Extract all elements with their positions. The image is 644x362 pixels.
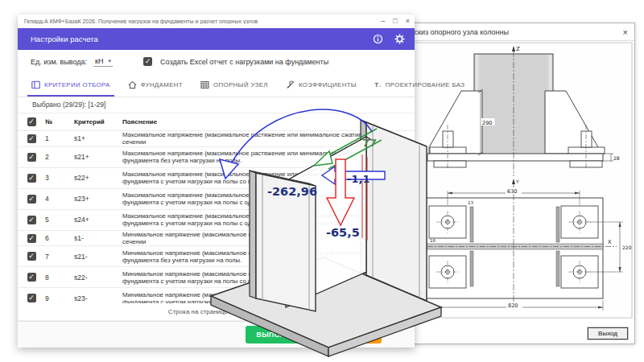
row-checkbox[interactable]: ✓	[27, 234, 36, 243]
minimize-button[interactable]: –	[381, 18, 385, 25]
row-num: 4	[45, 195, 74, 203]
row-checkbox[interactable]: ✓	[27, 252, 36, 261]
row-criterion: s21+	[74, 153, 122, 161]
row-criterion: s24+	[74, 216, 122, 224]
row-checkbox[interactable]: ✓	[27, 153, 36, 162]
appbar-title: Настройки расчета	[31, 35, 361, 43]
table-row[interactable]: ✓ 8 s22- Минимальное напряжение (максима…	[18, 267, 415, 288]
row-description: Максимальное напряжение (максимальное ра…	[122, 131, 415, 146]
axis-y-label: Y	[515, 179, 519, 184]
wrench-icon	[286, 80, 295, 89]
table-row[interactable]: ✓ 9 s23- Минимальное напряжение (максима…	[18, 288, 415, 303]
tab-support-node[interactable]: ОПОРНЫЙ УЗЕЛ	[192, 73, 277, 97]
sketch-title: Эскиз опорного узла колонны	[409, 28, 623, 36]
criteria-table: ✓ № Критерий Пояснение ✓ 1 s1+ Максималь…	[18, 113, 415, 303]
row-criterion: s1+	[74, 134, 122, 142]
dim-13: 13	[468, 200, 473, 205]
close-dialog-button[interactable]: ЗАКРЫТЬ	[323, 326, 382, 343]
axis-z-label: Z	[516, 46, 520, 52]
axis-x-label: X	[608, 239, 612, 245]
pagination: Строка на странице: 1-29 of 29 |< < > >|	[18, 303, 415, 321]
dim-820: 820	[508, 302, 518, 309]
table-row[interactable]: ✓ 4 s23+ Максимальное напряжение (максим…	[18, 189, 415, 210]
last-page-icon[interactable]: >|	[395, 308, 403, 316]
dim-18: 18	[430, 238, 436, 243]
window-title: Гепард-А КМФ+БазаК 2026. Получение нагру…	[24, 19, 381, 24]
col-criterion: Критерий	[74, 118, 122, 125]
table-row[interactable]: ✓ 6 s1- Минимальное напряжение (максимал…	[18, 231, 415, 247]
row-criterion: s1-	[74, 234, 122, 242]
first-page-icon[interactable]: |<	[339, 308, 347, 316]
row-description: Минимальное напряжение (максимальное сжа…	[122, 249, 415, 265]
house-icon	[128, 80, 137, 89]
table-row[interactable]: ✓ 7 s21- Минимальное напряжение (максима…	[18, 246, 415, 267]
pagination-range: 1-29 of 29	[270, 308, 299, 315]
row-num: 8	[45, 274, 74, 282]
row-checkbox[interactable]: ✓	[27, 294, 36, 302]
maximize-button[interactable]: □	[393, 18, 397, 25]
tab-base-design[interactable]: T↓ ПРОЕКТИРОВАНИЕ БАЗ	[365, 73, 473, 97]
row-criterion: s21-	[74, 253, 122, 261]
table-row[interactable]: ✓ 2 s21+ Максимальное напряжение (максим…	[18, 147, 415, 168]
next-page-icon[interactable]: >	[378, 308, 382, 316]
table-row[interactable]: ✓ 1 s1+ Максимальное напряжение (максима…	[18, 131, 415, 147]
tab-coefficients[interactable]: КОЭФФИЦИЕНТЫ	[277, 73, 365, 97]
row-description: Минимальное напряжение (максимальное сжа…	[122, 270, 415, 286]
row-num: 5	[45, 216, 74, 224]
dim-290: 290	[482, 120, 492, 126]
excel-checkbox[interactable]: ✓	[143, 57, 152, 66]
table-row[interactable]: ✓ 5 s24+ Максимальное напряжение (максим…	[18, 210, 415, 231]
row-checkbox[interactable]: ✓	[27, 174, 36, 183]
appbar: Настройки расчета	[18, 28, 415, 50]
row-checkbox[interactable]: ✓	[27, 195, 36, 204]
prev-page-icon[interactable]: <	[360, 308, 365, 316]
sketch-panel: Эскиз опорного узла колонны ×	[400, 23, 635, 344]
rows-per-page-label: Строка на странице:	[168, 308, 229, 315]
col-num: №	[45, 118, 74, 125]
row-description: Максимальное напряжение (максимальное ра…	[122, 171, 415, 186]
sketch-titlebar: Эскиз опорного узла колонны ×	[401, 23, 634, 41]
columns-icon	[31, 80, 40, 89]
table-body: ✓ 1 s1+ Максимальное напряжение (максима…	[18, 131, 415, 303]
row-criterion: s22+	[74, 174, 122, 182]
row-criterion: s22-	[74, 274, 122, 282]
tab-criteria[interactable]: КРИТЕРИИ ОТБОРА	[23, 73, 119, 97]
grid-icon	[200, 80, 209, 89]
row-description: Минимальное напряжение (максимальное сжа…	[122, 231, 415, 246]
row-criterion: s23-	[74, 294, 122, 302]
settings-window: Гепард-А КМФ+БазаК 2026. Получение нагру…	[18, 14, 415, 348]
units-select[interactable]: кН ▾	[93, 56, 113, 67]
table-row[interactable]: ✓ 3 s22+ Максимальное напряжение (максим…	[18, 168, 415, 189]
row-num: 2	[45, 153, 74, 161]
row-checkbox[interactable]: ✓	[27, 273, 36, 282]
run-button[interactable]: ВЫПОЛНИТЬ	[246, 326, 317, 343]
row-num: 9	[45, 294, 74, 302]
exit-button[interactable]: Выход	[588, 327, 628, 339]
row-criterion: s23+	[74, 195, 122, 203]
gear-icon[interactable]	[394, 34, 405, 44]
row-num: 6	[45, 234, 74, 242]
units-label: Ед. изм. вывода:	[31, 58, 87, 66]
tab-foundation[interactable]: ФУНДАМЕНТ	[119, 73, 192, 97]
row-checkbox[interactable]: ✓	[27, 216, 36, 224]
dim-630: 630	[507, 188, 517, 195]
row-description: Максимальное напряжение (максимальное ра…	[122, 191, 415, 207]
excel-checkbox-label: Создать Excel отчет с нагрузками на фунд…	[160, 58, 328, 66]
selection-summary: Выбрано (29/29): [1-29]	[18, 97, 415, 113]
info-icon[interactable]	[373, 34, 383, 44]
close-button[interactable]: ×	[406, 18, 410, 25]
row-description: Максимальное напряжение (максимальное ра…	[122, 212, 415, 228]
tab-bar: КРИТЕРИИ ОТБОРА ФУНДАМЕНТ ОПОРНЫЙ УЗЕЛ	[18, 73, 415, 97]
dialog-footer: ВЫПОЛНИТЬ ЗАКРЫТЬ	[18, 321, 415, 348]
window-titlebar[interactable]: Гепард-А КМФ+БазаК 2026. Получение нагру…	[18, 14, 415, 28]
units-row: Ед. изм. вывода: кН ▾ ✓ Создать Excel от…	[18, 50, 415, 73]
screen: Гепард-А КМФ+БазаК 2026. Получение нагру…	[0, 0, 644, 362]
sketch-close-icon[interactable]: ×	[623, 27, 628, 37]
table-header: ✓ № Критерий Пояснение	[18, 113, 415, 131]
col-description: Пояснение	[122, 118, 415, 126]
dim-220: 220	[622, 245, 632, 250]
row-checkbox[interactable]: ✓	[27, 134, 36, 143]
row-description: Максимальное напряжение (максимальное ра…	[122, 150, 415, 165]
dim-28: 28	[613, 155, 620, 161]
select-all-checkbox[interactable]: ✓	[27, 117, 36, 126]
